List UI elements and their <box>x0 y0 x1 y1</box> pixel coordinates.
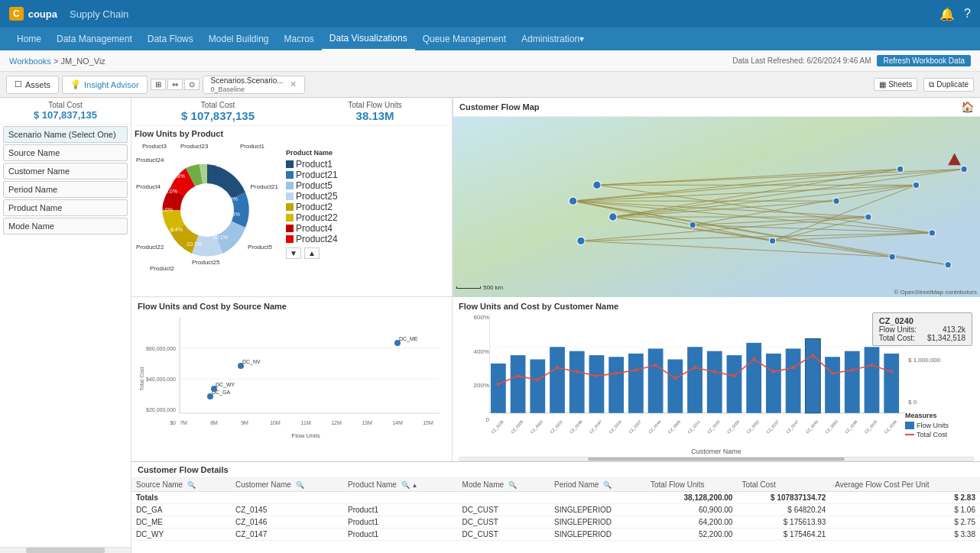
legend-cost-line <box>905 434 914 435</box>
total-flow-display: Total Flow Units 38.13M <box>348 101 402 122</box>
filter-customer[interactable]: Customer Name <box>3 163 128 179</box>
duplicate-btn[interactable]: ⧉ Duplicate <box>923 78 974 92</box>
row2-product: Product1 <box>343 529 458 541</box>
filter-scenario[interactable]: Scenario Name (Select One) <box>3 126 128 143</box>
source-search-icon[interactable]: 🔍 <box>187 481 196 489</box>
label-product21: Product21 <box>251 183 278 190</box>
filter-period[interactable]: Period Name <box>3 181 128 198</box>
svg-text:14M: 14M <box>392 420 403 425</box>
brand-label: coupa <box>28 8 57 20</box>
table-title: Customer Flow Details <box>131 462 980 478</box>
legend-product22: Product22 <box>286 212 338 223</box>
row1-source: DC_ME <box>131 516 231 529</box>
mode-search-icon[interactable]: 🔍 <box>508 481 517 489</box>
data-table: Source Name 🔍 Customer Name 🔍 Product Na… <box>131 478 980 541</box>
svg-point-40 <box>593 181 601 189</box>
refresh-workbook-button[interactable]: Refresh Workbook Data <box>877 55 971 66</box>
svg-rect-101 <box>825 357 840 413</box>
table-totals-row: Totals 38,128,200.00 $ 107837134.72 $ 2.… <box>131 492 980 504</box>
donut-title: Flow Units by Product <box>135 129 449 138</box>
sheets-btn[interactable]: ▦ Sheets <box>874 78 917 91</box>
col-source-name: Source Name 🔍 <box>131 478 231 492</box>
product-search-icon[interactable]: 🔍 <box>401 481 410 489</box>
svg-line-31 <box>613 217 773 241</box>
bar-chart-scrollbar[interactable] <box>459 457 974 461</box>
label-product4: Product4 <box>136 183 161 190</box>
filter-scrollbar[interactable] <box>0 547 131 553</box>
svg-text:11M: 11M <box>300 420 311 425</box>
tab-bar: ☐ Assets 💡 Insight Advisor ⊞ ⇔ ⊙ Scenari… <box>0 72 980 98</box>
svg-text:15M: 15M <box>423 420 433 425</box>
coupa-logo-icon: C <box>9 7 24 21</box>
donut-legend: Product Name Product1 Product21 Product5… <box>286 149 338 259</box>
scatter-section: Flow Units and Cost by Source Name Total… <box>131 297 453 461</box>
nav-administration[interactable]: Administration <box>514 27 592 50</box>
legend-product24: Product24 <box>286 234 338 244</box>
svg-text:8.0%: 8.0% <box>161 207 173 212</box>
legend-next-btn[interactable]: ▲ <box>304 247 320 259</box>
totals-customer <box>231 492 343 504</box>
tc-value: $ 107,837,135 <box>181 109 255 122</box>
left-panel: Total Cost $ 107,837,135 Scenario Name (… <box>0 98 131 553</box>
tooltip-title: CZ_0240 <box>879 316 965 325</box>
legend-prev-btn[interactable]: ▼ <box>286 247 301 259</box>
label-product23: Product23 <box>180 143 208 150</box>
tool-btn-2[interactable]: ⇔ <box>167 79 183 90</box>
notification-icon[interactable]: 🔔 <box>939 7 955 21</box>
tab-insight-advisor[interactable]: 💡 Insight Advisor <box>62 76 148 94</box>
bar-chart-area: CZ_0235 CZ_0205 CZ_0002 CZ_0201 CZ_0198 … <box>489 314 905 446</box>
svg-text:CZ_0194: CZ_0194 <box>884 419 897 435</box>
col-period-name: Period Name 🔍 <box>550 478 646 492</box>
filter-mode[interactable]: Mode Name <box>3 218 128 234</box>
help-icon[interactable]: ? <box>964 7 971 21</box>
nav-queue-management[interactable]: Queue Management <box>415 27 514 50</box>
duplicate-icon: ⧉ <box>929 80 934 89</box>
map-home-icon[interactable]: 🏠 <box>961 101 974 113</box>
table-row: DC_ME CZ_0146 Product1 DC_CUST SINGLEPER… <box>131 516 980 529</box>
svg-point-43 <box>865 214 871 220</box>
svg-text:CZ_0200: CZ_0200 <box>726 419 740 435</box>
nav-model-building[interactable]: Model Building <box>201 27 277 50</box>
filter-source[interactable]: Source Name <box>3 144 128 161</box>
insight-label: Insight Advisor <box>84 80 139 89</box>
main-content: Total Cost $ 107,837,135 Scenario Name (… <box>0 98 980 553</box>
sort-asc-icon[interactable]: ▲ <box>411 482 417 489</box>
svg-text:CZ_0002: CZ_0002 <box>530 419 544 435</box>
svg-text:8M: 8M <box>210 420 218 425</box>
filter-product[interactable]: Product Name <box>3 199 128 216</box>
nav-home[interactable]: Home <box>9 27 49 50</box>
insight-icon: 💡 <box>70 79 81 89</box>
nav-data-flows[interactable]: Data Flows <box>140 27 201 50</box>
legend-product2: Product2 <box>286 202 338 212</box>
svg-rect-84 <box>491 364 506 413</box>
tool-btn-1[interactable]: ⊞ <box>151 79 166 90</box>
nav-data-visualizations[interactable]: Data Visualizations <box>322 27 415 50</box>
workbooks-link[interactable]: Workbooks <box>9 57 51 66</box>
nav-macros[interactable]: Macros <box>277 27 322 50</box>
tool-btn-3[interactable]: ⊙ <box>184 79 200 90</box>
tab-scenario[interactable]: Scenarios.Scenario... 0_Baseline ✕ <box>203 76 305 94</box>
path-separator: > <box>54 57 60 66</box>
row0-flow-units: 60,900.00 <box>646 504 737 516</box>
bar-chart-tooltip: CZ_0240 Flow Units: 413.2k Total Cost: $… <box>872 312 972 346</box>
bar-chart-x-label: Customer Name <box>459 448 974 455</box>
tab-assets[interactable]: ☐ Assets <box>6 76 59 94</box>
svg-rect-95 <box>707 351 722 413</box>
svg-text:10.1%: 10.1% <box>213 234 228 240</box>
period-search-icon[interactable]: 🔍 <box>603 481 612 489</box>
nav-data-management[interactable]: Data Management <box>49 27 140 50</box>
svg-rect-90 <box>608 357 624 413</box>
svg-point-125 <box>890 370 893 374</box>
row1-product: Product1 <box>343 516 458 529</box>
row0-mode: DC_CUST <box>458 504 550 516</box>
svg-text:$60,000,000: $60,000,000 <box>146 346 176 351</box>
svg-rect-104 <box>884 354 899 413</box>
tab-close-icon[interactable]: ✕ <box>290 79 297 89</box>
svg-text:CZ_0244: CZ_0244 <box>647 419 661 435</box>
svg-point-114 <box>673 377 677 380</box>
top-bar: C coupa Supply Chain 🔔 ? <box>0 0 980 27</box>
bottom-row: Flow Units and Cost by Source Name Total… <box>131 297 980 461</box>
customer-search-icon[interactable]: 🔍 <box>296 481 304 489</box>
svg-text:CZ_0211: CZ_0211 <box>686 419 700 435</box>
total-cost-label: Total Cost <box>3 101 128 109</box>
